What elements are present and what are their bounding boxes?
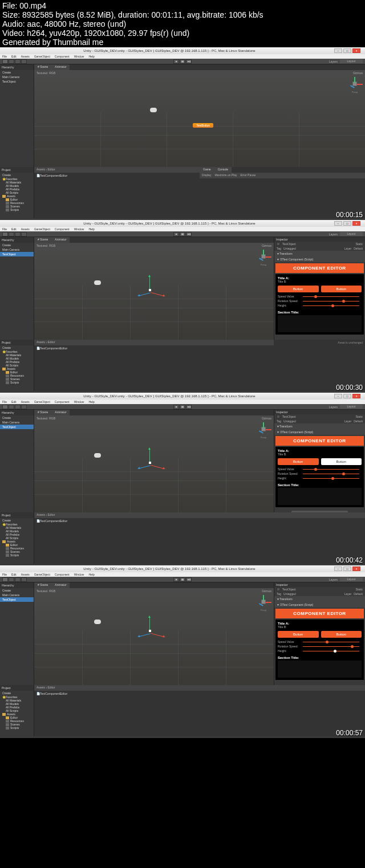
menu-edit[interactable]: Edit [11, 400, 17, 404]
maximize-button[interactable]: □ [343, 394, 351, 398]
rotation-slider[interactable] [303, 301, 359, 301]
rotate-tool[interactable] [15, 405, 21, 409]
comp-button-2[interactable]: Button [321, 631, 362, 638]
static-checkbox[interactable]: Static [355, 415, 363, 418]
active-checkbox[interactable] [277, 588, 280, 591]
game-stats[interactable]: Error Pause [241, 173, 256, 178]
cloud-object[interactable] [150, 108, 157, 112]
menu-window[interactable]: Window [74, 55, 84, 58]
scene-gizmos[interactable]: Gizmos [262, 244, 271, 247]
breadcrumb[interactable]: Assets › Editor [36, 513, 55, 517]
button-gameobject[interactable]: TestButton [193, 123, 213, 128]
object-name-field[interactable]: TestObject [282, 242, 296, 246]
project-tab[interactable]: Project [0, 167, 34, 173]
breadcrumb[interactable]: Assets › Editor [36, 168, 55, 172]
hand-tool[interactable] [2, 59, 8, 64]
static-checkbox[interactable]: Static [355, 242, 363, 246]
menu-assets[interactable]: Assets [21, 55, 30, 58]
scale-tool[interactable] [21, 232, 27, 237]
menu-component[interactable]: Component [55, 227, 70, 231]
scene-shading[interactable]: Textured [36, 589, 47, 593]
transform-component[interactable]: ▼ Transform [274, 423, 365, 429]
menu-assets[interactable]: Assets [21, 573, 30, 576]
scene-viewport[interactable]: Persp TestButton [34, 76, 365, 167]
step-button[interactable]: ▶▮ [186, 405, 192, 409]
script-component[interactable]: ▼ ☑ Test Component (Script) [274, 256, 365, 262]
scripts-folder[interactable]: Scripts [0, 553, 34, 557]
orientation-gizmo[interactable]: Persp [258, 251, 269, 266]
project-file[interactable]: 📄TestComponentEditor [34, 518, 365, 524]
layer-dropdown[interactable]: Default [354, 247, 363, 250]
game-tab[interactable]: Game [200, 167, 214, 173]
minimize-button[interactable]: − [334, 48, 342, 53]
menu-window[interactable]: Window [74, 573, 84, 576]
comp-button-2-hover[interactable]: Button [321, 458, 362, 465]
pause-button[interactable]: ▮▮ [180, 232, 185, 237]
hierarchy-item-selected[interactable]: TestObject [0, 425, 34, 429]
pause-button[interactable]: ▮▮ [180, 59, 185, 64]
menu-file[interactable]: File [2, 400, 7, 404]
layer-dropdown[interactable]: Default [354, 592, 363, 596]
scene-rgb[interactable]: RGB [49, 71, 55, 75]
menu-gameobject[interactable]: GameObject [34, 227, 50, 231]
step-button[interactable]: ▶▮ [186, 232, 192, 237]
rotation-slider[interactable] [303, 646, 359, 647]
pause-button[interactable]: ▮▮ [180, 577, 185, 582]
layers-dropdown[interactable]: Layers [329, 60, 338, 63]
menu-file[interactable]: File [2, 573, 7, 576]
object-name-field[interactable]: TestObject [282, 588, 296, 591]
maximize-button[interactable]: □ [343, 48, 351, 53]
maximize-button[interactable]: □ [343, 567, 351, 571]
menu-help[interactable]: Help [88, 400, 94, 404]
hand-tool[interactable] [2, 405, 8, 409]
move-tool[interactable] [9, 232, 14, 237]
move-tool[interactable] [9, 59, 14, 64]
scene-tab[interactable]: # Scene [34, 237, 51, 243]
scene-rgb[interactable]: RGB [49, 417, 55, 420]
scene-viewport[interactable]: Persp [34, 594, 274, 685]
scale-tool[interactable] [21, 59, 27, 64]
cloud-object[interactable] [94, 620, 101, 624]
menu-edit[interactable]: Edit [11, 573, 17, 576]
height-slider[interactable] [303, 478, 359, 479]
inspector-tab[interactable]: Inspector [274, 237, 365, 242]
game-maximize[interactable]: Maximize on Play [214, 173, 237, 178]
project-tab[interactable]: Project [0, 340, 34, 345]
menu-help[interactable]: Help [88, 227, 94, 231]
menu-window[interactable]: Window [74, 227, 84, 231]
close-button[interactable]: × [352, 567, 360, 571]
project-create[interactable]: Create [0, 691, 34, 695]
tag-dropdown[interactable]: Untagged [283, 592, 296, 596]
menu-component[interactable]: Component [55, 573, 70, 576]
comp-button-1[interactable]: Button [278, 458, 319, 465]
scene-rgb[interactable]: RGB [49, 589, 55, 593]
scene-shading[interactable]: Textured [36, 244, 47, 247]
hierarchy-item[interactable]: Main Camera [0, 75, 34, 79]
layout-dropdown[interactable]: Layout [340, 232, 363, 236]
pause-button[interactable]: ▮▮ [180, 405, 185, 409]
menu-gameobject[interactable]: GameObject [34, 55, 50, 58]
scripts-folder[interactable]: Scripts [0, 208, 34, 211]
minimize-button[interactable]: − [334, 567, 342, 571]
comp-button-1[interactable]: Button [278, 631, 319, 638]
layers-dropdown[interactable]: Layers [329, 405, 338, 409]
rotate-tool[interactable] [15, 577, 21, 582]
scene-gizmos[interactable]: Gizmos [262, 589, 271, 593]
height-slider[interactable] [303, 305, 359, 306]
orientation-gizmo[interactable]: Persp [258, 423, 269, 439]
menu-gameobject[interactable]: GameObject [34, 573, 50, 576]
script-component[interactable]: ▼ ☑ Test Component (Script) [274, 602, 365, 608]
scale-tool[interactable] [21, 405, 27, 409]
inspector-tab[interactable]: Inspector [274, 582, 365, 587]
hierarchy-item[interactable]: Main Camera [0, 247, 34, 252]
comp-button-2[interactable]: Button [321, 286, 362, 292]
move-tool[interactable] [9, 405, 14, 409]
game-display[interactable]: Display [202, 173, 211, 178]
hierarchy-create[interactable]: Create [0, 588, 34, 593]
cloud-object[interactable] [94, 453, 101, 458]
project-file[interactable]: 📄TestComponentEditor [34, 173, 200, 178]
menu-edit[interactable]: Edit [11, 55, 17, 58]
minimize-button[interactable]: − [334, 221, 342, 226]
layer-dropdown[interactable]: Default [354, 419, 363, 423]
rotate-tool[interactable] [15, 232, 21, 237]
